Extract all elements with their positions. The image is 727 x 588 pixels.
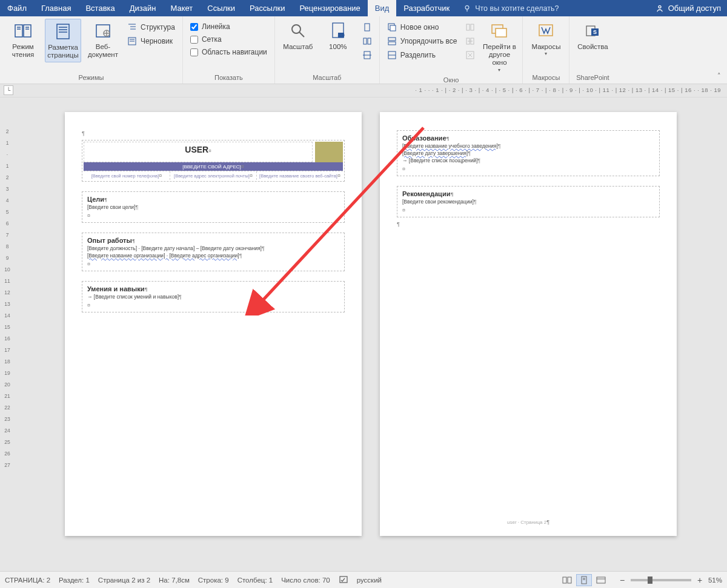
tab-developer[interactable]: Разработчик [396,0,457,16]
svg-rect-2 [15,25,22,37]
group-sharepoint: S Свойства SharePoint [569,16,616,84]
resume-photo-placeholder[interactable] [315,142,343,162]
resume-address-field[interactable]: [ВВЕДИТЕ СВОЙ АДРЕС] [84,162,343,171]
status-line[interactable]: Строка: 9 [198,576,229,584]
outline-button[interactable]: Структура [125,21,178,33]
document-page-2[interactable]: Образование [Введите название учебного з… [380,112,677,536]
tab-file[interactable]: Файл [0,0,34,16]
print-layout-button[interactable]: Разметка страницы [45,19,81,62]
group-label-show: Показать [188,73,270,84]
tab-home[interactable]: Главная [34,0,78,16]
resume-references-block[interactable]: Рекомендации [Введите свои рекомендации] [397,186,660,217]
ribbon: Режим чтения Разметка страницы Веб-докум… [0,16,727,84]
resume-website-field[interactable]: [Введите название своего веб-сайта] [257,171,343,180]
navigation-pane-checkbox[interactable]: Область навигации [188,47,270,58]
lightbulb-icon [463,4,471,13]
horizontal-ruler[interactable]: · 1 · · · 1 · | · 2 · | · 3 · | · 4 · | … [415,87,721,93]
page-width-icon [362,50,372,60]
status-section[interactable]: Раздел: 1 [59,576,90,584]
group-label-zoom: Масштаб [280,73,374,84]
zoom-100-button[interactable]: 100 100% [320,19,356,53]
tab-layout[interactable]: Макет [163,0,200,16]
web-layout-button[interactable]: Веб-документ [85,19,121,61]
collapse-ribbon-button[interactable]: ˄ [717,72,721,80]
sharepoint-icon: S [583,21,602,41]
paragraph-mark [82,130,345,136]
print-layout-view-button[interactable] [576,574,592,586]
group-view-modes: Режим чтения Разметка страницы Веб-докум… [0,16,183,84]
outline-icon [127,22,137,32]
gridlines-checkbox[interactable]: Сетка [188,34,270,45]
status-word-count[interactable]: Число слов: 70 [281,576,330,584]
read-mode-button[interactable]: Режим чтения [5,19,41,61]
sync-scroll-icon [465,36,475,46]
sync-scroll-button[interactable] [463,35,477,47]
zoom-slider-thumb[interactable] [648,576,652,584]
pages-container[interactable]: USER [ВВЕДИТЕ СВОЙ АДРЕС] [Введите свой … [15,97,727,571]
svg-point-1 [659,5,661,8]
split-button[interactable]: Разделить [385,49,460,61]
split-icon [387,50,397,60]
draft-button[interactable]: Черновик [125,35,178,47]
resume-experience-block[interactable]: Опыт работы [Введите должность] · [Введи… [82,233,345,271]
zoom-button[interactable]: Масштаб [280,19,316,53]
reset-position-button[interactable] [463,49,477,61]
svg-rect-46 [539,25,553,36]
tab-insert[interactable]: Вставка [78,0,122,16]
macros-button[interactable]: Макросы ▾ [528,19,564,59]
svg-rect-52 [563,577,566,583]
macros-icon [536,21,556,41]
resume-email-field[interactable]: [Введите адрес электронной почты] [170,171,257,180]
tell-me-search[interactable]: Что вы хотите сделать? [457,0,565,16]
status-column[interactable]: Столбец: 1 [237,576,273,584]
vertical-ruler[interactable]: 21·1234567891011121314151617181920212223… [0,97,15,571]
paragraph-mark [397,221,660,227]
resume-skills-block[interactable]: Умения и навыки → [Введите список умений… [82,281,345,312]
proofing-icon[interactable] [339,575,348,586]
arrange-all-button[interactable]: Упорядочить все [385,35,460,47]
svg-rect-38 [466,24,470,30]
document-workspace: 21·1234567891011121314151617181920212223… [0,97,727,571]
tab-stop-selector[interactable]: └ [4,85,13,95]
switch-windows-button[interactable]: Перейти в другое окно ▾ [481,19,517,75]
status-language[interactable]: русский [357,576,382,584]
tab-view[interactable]: Вид [368,0,397,16]
group-label-modes: Режимы [5,73,178,84]
group-window: Новое окно Упорядочить все Разделить Пер… [380,16,523,84]
ruler-checkbox[interactable]: Линейка [188,21,270,32]
print-layout-icon [53,22,73,41]
zoom-out-button[interactable]: − [617,575,627,585]
tab-design[interactable]: Дизайн [122,0,164,16]
svg-rect-33 [390,25,396,31]
share-button[interactable]: Общий доступ [649,0,727,16]
zoom-control: − + 51% [617,575,722,585]
tab-review[interactable]: Рецензирование [292,0,367,16]
zoom-in-button[interactable]: + [695,575,705,585]
web-layout-view-button[interactable] [593,574,609,586]
resume-name-field[interactable]: USER [84,142,313,162]
svg-rect-54 [582,576,586,584]
new-window-button[interactable]: Новое окно [385,21,460,33]
zoom-slider[interactable] [631,579,691,581]
status-at[interactable]: На: 7,8см [159,576,190,584]
resume-phone-field[interactable]: [Введите свой номер телефона] [84,171,170,180]
zoom-percent[interactable]: 51% [708,576,722,584]
properties-button[interactable]: S Свойства [574,19,611,53]
read-mode-view-button[interactable] [559,574,575,586]
svg-rect-57 [597,577,605,583]
svg-rect-53 [568,577,571,583]
resume-education-block[interactable]: Образование [Введите название учебного з… [397,130,660,176]
tab-mailings[interactable]: Рассылки [242,0,292,16]
resume-goals-block[interactable]: Цели [Введите свои цели] [82,191,345,223]
resume-header-block[interactable]: USER [ВВЕДИТЕ СВОЙ АДРЕС] [Введите свой … [82,140,345,182]
dropdown-caret-icon: ▾ [545,51,547,56]
document-page-1[interactable]: USER [ВВЕДИТЕ СВОЙ АДРЕС] [Введите свой … [65,112,362,536]
tab-references[interactable]: Ссылки [200,0,242,16]
reset-pos-icon [465,50,475,60]
status-page-of[interactable]: Страница 2 из 2 [98,576,150,584]
view-side-by-side-button[interactable] [463,21,477,33]
page-width-button[interactable] [360,49,374,61]
one-page-button[interactable] [360,21,374,33]
status-page[interactable]: СТРАНИЦА: 2 [5,576,50,584]
multi-page-button[interactable] [360,35,374,47]
